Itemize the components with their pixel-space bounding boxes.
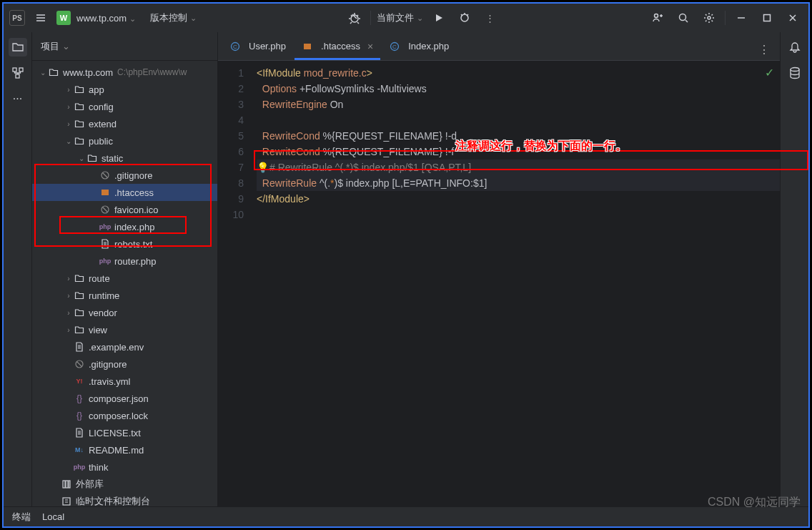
- tree-row[interactable]: .htaccess: [32, 184, 217, 201]
- sidebar-title: 项目: [41, 40, 59, 53]
- project-name[interactable]: www.tp.com: [76, 13, 136, 24]
- editor-tab[interactable]: .htaccess×: [294, 34, 380, 60]
- svg-rect-5: [764, 15, 771, 21]
- titlebar: PS W www.tp.com 版本控制 当前文件 ⋮: [4, 4, 808, 32]
- code-content[interactable]: ✓ 注释调这行，替换为下面的一行。 💡 <IfModule mod_rewrit…: [252, 61, 780, 506]
- more-run-button[interactable]: ⋮: [480, 8, 500, 28]
- project-sidebar: 项目 ⌄ ⌄www.tp.comC:\phpEnv\www\w›app›conf…: [32, 32, 218, 506]
- project-badge: W: [56, 11, 71, 25]
- tree-row[interactable]: ›route: [32, 270, 217, 287]
- tree-row[interactable]: {}composer.json: [32, 390, 217, 407]
- tree-row[interactable]: ›app: [32, 81, 217, 98]
- more-tool-button[interactable]: ···: [9, 89, 27, 108]
- svg-point-4: [708, 16, 710, 19]
- tree-row[interactable]: robots.txt: [32, 235, 217, 252]
- database-button[interactable]: [786, 64, 804, 82]
- gutter: 12345678910: [218, 61, 252, 506]
- svg-rect-13: [63, 481, 65, 488]
- code-with-me-icon[interactable]: [648, 8, 668, 28]
- search-icon[interactable]: [673, 8, 693, 28]
- vcs-menu[interactable]: 版本控制: [150, 11, 197, 24]
- editor-tabs: CUser.php.htaccess×CIndex.php⋮: [218, 32, 780, 61]
- watermark: CSDN @知远同学: [708, 495, 801, 510]
- tree-row[interactable]: Y!.travis.yml: [32, 373, 217, 390]
- svg-rect-8: [16, 74, 19, 78]
- minimize-button[interactable]: [731, 8, 751, 28]
- svg-rect-7: [19, 68, 23, 72]
- tree-row[interactable]: {}composer.lock: [32, 407, 217, 424]
- debug-button[interactable]: [455, 8, 475, 28]
- svg-text:C: C: [392, 44, 397, 50]
- svg-text:C: C: [233, 44, 237, 50]
- tree-row[interactable]: ›vendor: [32, 304, 217, 321]
- tree-row[interactable]: .gitignore: [32, 355, 217, 373]
- left-tool-rail: ···: [4, 32, 32, 506]
- tab-close-icon[interactable]: ×: [367, 41, 373, 52]
- tree-row[interactable]: 临时文件和控制台: [32, 493, 217, 506]
- tree-row-root[interactable]: ⌄www.tp.comC:\phpEnv\www\w: [32, 64, 217, 81]
- tree-row[interactable]: ›view: [32, 321, 217, 338]
- bottom-bar: 终端 Local: [4, 506, 808, 526]
- tree-row[interactable]: ›config: [32, 98, 217, 115]
- local-tab[interactable]: Local: [42, 511, 64, 522]
- editor: CUser.php.htaccess×CIndex.php⋮ 123456789…: [218, 32, 780, 506]
- svg-point-3: [680, 14, 686, 21]
- tree-row[interactable]: LICENSE.txt: [32, 424, 217, 441]
- tabs-more-button[interactable]: ⋮: [754, 39, 774, 59]
- editor-tab[interactable]: CIndex.php: [382, 34, 456, 60]
- debug-icon[interactable]: [345, 8, 365, 28]
- structure-tool-button[interactable]: [9, 64, 27, 82]
- tree-row[interactable]: M↓README.md: [32, 441, 217, 458]
- tree-row[interactable]: phprouter.php: [32, 252, 217, 270]
- tree-row[interactable]: ›runtime: [32, 287, 217, 304]
- tree-row[interactable]: phpthink: [32, 458, 217, 476]
- run-config[interactable]: 当前文件: [377, 11, 423, 24]
- main-menu-button[interactable]: [31, 8, 51, 28]
- inspection-ok-icon: ✓: [765, 65, 774, 81]
- svg-rect-10: [102, 190, 109, 195]
- tree-row[interactable]: .example.env: [32, 338, 217, 355]
- editor-tab[interactable]: CUser.php: [222, 34, 293, 60]
- notifications-button[interactable]: [786, 38, 804, 57]
- svg-rect-19: [304, 44, 311, 49]
- svg-rect-14: [66, 481, 68, 488]
- right-tool-rail: [780, 32, 808, 506]
- tree-row[interactable]: ⌄public: [32, 132, 217, 149]
- tree-row[interactable]: 外部库: [32, 476, 217, 493]
- maximize-button[interactable]: [757, 8, 777, 28]
- tree-row[interactable]: phpindex.php: [32, 218, 217, 235]
- project-tool-button[interactable]: [9, 38, 27, 57]
- svg-rect-6: [13, 68, 16, 72]
- svg-point-2: [655, 14, 658, 18]
- tree-row[interactable]: favicon.ico: [32, 201, 217, 218]
- settings-icon[interactable]: [699, 8, 719, 28]
- annotation-text: 注释调这行，替换为下面的一行。: [455, 138, 627, 154]
- svg-point-22: [791, 68, 799, 72]
- run-button[interactable]: [429, 8, 449, 28]
- terminal-tab[interactable]: 终端: [12, 511, 31, 524]
- svg-rect-16: [63, 498, 70, 505]
- svg-rect-15: [69, 481, 70, 488]
- tree-row[interactable]: .gitignore: [32, 167, 217, 184]
- tree-row[interactable]: ⌄static: [32, 149, 217, 167]
- project-tree[interactable]: ⌄www.tp.comC:\phpEnv\www\w›app›config›ex…: [32, 61, 217, 506]
- ide-logo: PS: [9, 10, 25, 26]
- tree-row[interactable]: ›extend: [32, 115, 217, 132]
- close-button[interactable]: [783, 8, 803, 28]
